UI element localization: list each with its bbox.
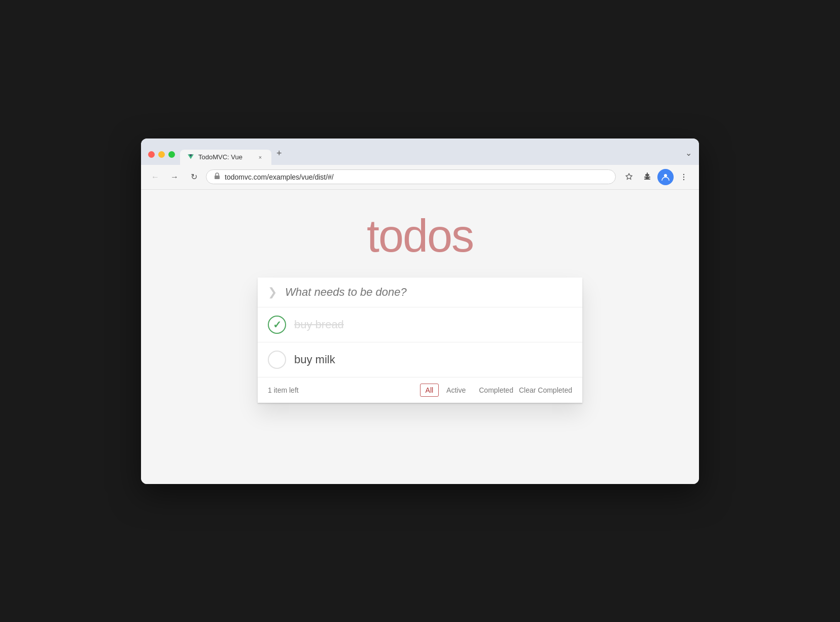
- todo-item: buy milk: [258, 342, 582, 377]
- tab-favicon: [187, 154, 194, 161]
- back-button[interactable]: ←: [148, 170, 162, 184]
- new-todo-input[interactable]: [285, 286, 572, 299]
- clear-completed-button[interactable]: Clear Completed: [519, 386, 572, 394]
- title-bar: TodoMVC: Vue × + ⌄: [141, 139, 699, 165]
- nav-actions: [621, 169, 692, 185]
- close-button[interactable]: [148, 151, 155, 158]
- filter-active-button[interactable]: Active: [441, 384, 471, 397]
- svg-point-6: [683, 179, 684, 180]
- page-content: todos ❯ buy bread buy milk 1 ite: [141, 190, 699, 484]
- bookmark-button[interactable]: [621, 169, 637, 185]
- tabs-area: TodoMVC: Vue × + ⌄: [180, 145, 692, 165]
- tab-close-button[interactable]: ×: [256, 153, 264, 161]
- todo-footer: 1 item left All Active Completed Clear C…: [258, 377, 582, 403]
- svg-point-4: [683, 174, 684, 175]
- address-bar[interactable]: todomvc.com/examples/vue/dist/#/: [206, 169, 616, 184]
- minimize-button[interactable]: [158, 151, 165, 158]
- new-tab-button[interactable]: +: [271, 145, 287, 165]
- svg-point-5: [683, 176, 684, 177]
- tab-dropdown-button[interactable]: ⌄: [685, 148, 692, 165]
- todo-item: buy bread: [258, 307, 582, 342]
- nav-bar: ← → ↻ todomvc.com/examples/vue/dist/#/: [141, 165, 699, 190]
- filter-completed-button[interactable]: Completed: [473, 384, 519, 397]
- menu-button[interactable]: [676, 169, 692, 185]
- todo-label-2: buy milk: [294, 353, 335, 366]
- address-security-icon: [214, 172, 221, 181]
- filter-tabs: All Active Completed: [420, 384, 519, 397]
- traffic-lights: [148, 151, 175, 165]
- todo-label-1: buy bread: [294, 318, 344, 331]
- todo-app: ❯ buy bread buy milk 1 item left All: [258, 278, 582, 403]
- app-title: todos: [151, 210, 689, 262]
- url-text: todomvc.com/examples/vue/dist/#/: [225, 173, 608, 181]
- forward-button[interactable]: →: [167, 170, 182, 184]
- toggle-all-button[interactable]: ❯: [268, 286, 277, 299]
- browser-window: TodoMVC: Vue × + ⌄ ← → ↻ todomvc.com/exa…: [141, 139, 699, 484]
- filter-all-button[interactable]: All: [420, 384, 439, 397]
- maximize-button[interactable]: [168, 151, 175, 158]
- todo-checkbox-2[interactable]: [268, 351, 286, 369]
- profile-button[interactable]: [657, 169, 674, 185]
- new-todo-row: ❯: [258, 278, 582, 307]
- svg-rect-2: [215, 176, 220, 179]
- active-tab[interactable]: TodoMVC: Vue ×: [180, 150, 271, 165]
- todo-list: buy bread buy milk: [258, 307, 582, 377]
- todo-checkbox-1[interactable]: [268, 316, 286, 334]
- svg-point-3: [664, 174, 667, 177]
- tab-title: TodoMVC: Vue: [198, 153, 252, 161]
- refresh-button[interactable]: ↻: [187, 170, 201, 184]
- items-left-count: 1 item left: [268, 386, 420, 394]
- extensions-button[interactable]: [639, 169, 655, 185]
